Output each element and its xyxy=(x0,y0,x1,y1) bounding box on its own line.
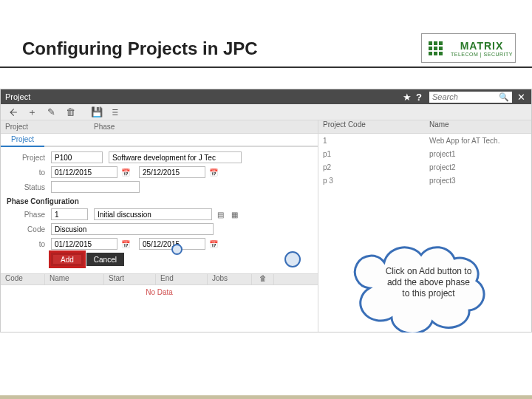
search-input[interactable] xyxy=(432,92,499,103)
left-pane-header: Project Phase xyxy=(1,120,318,134)
logo-mark xyxy=(422,34,449,62)
input-status[interactable] xyxy=(51,181,140,193)
input-phase-num[interactable] xyxy=(51,208,88,220)
slide-title: Configuring Projects in JPC xyxy=(22,38,258,59)
input-to-date[interactable] xyxy=(139,166,205,178)
form-area: Project to 📅 📅 Status Phase xyxy=(1,147,318,273)
search-icon[interactable]: 🔍 xyxy=(499,92,509,102)
save-button[interactable]: 💾 xyxy=(88,106,106,119)
close-icon[interactable]: ✕ xyxy=(515,92,527,103)
star-icon[interactable]: ★ xyxy=(401,92,413,103)
tab-project[interactable]: Project xyxy=(1,134,44,147)
label-code: Code xyxy=(7,225,51,233)
col-code: Code xyxy=(1,274,45,284)
col-project: Project xyxy=(1,123,89,131)
app-title: Project xyxy=(5,92,30,101)
toolbar: ＋ ✎ 🗑 💾 xyxy=(1,104,531,120)
logo-tagline: TELECOM | SECURITY xyxy=(451,52,513,57)
annotation-circle xyxy=(284,251,301,267)
input-code[interactable] xyxy=(51,223,214,235)
col-end: End xyxy=(156,274,208,284)
calendar-icon[interactable]: 📅 xyxy=(208,166,219,178)
list-icon xyxy=(111,107,121,117)
label-status: Status xyxy=(7,183,51,191)
table-row[interactable]: p2project2 xyxy=(318,160,531,174)
label-project: Project xyxy=(7,154,51,162)
left-pane: Project Phase Project Project to 📅 xyxy=(1,120,318,332)
search-box[interactable]: 🔍 xyxy=(429,92,512,103)
annotation-circle xyxy=(171,244,183,255)
footer-bar xyxy=(0,395,532,399)
logo-brand: MATRIX xyxy=(460,40,504,52)
project-list-header: Project Code Name xyxy=(318,120,531,134)
input-project-name[interactable] xyxy=(109,151,242,163)
input-phase-from-date[interactable] xyxy=(51,238,117,250)
tab-row: Project xyxy=(1,134,318,147)
col-project-name: Name xyxy=(425,120,531,133)
delete-button[interactable]: 🗑 xyxy=(61,106,79,119)
input-project-code[interactable] xyxy=(51,151,103,163)
edit-button[interactable]: ✎ xyxy=(42,106,60,119)
no-data-text: No Data xyxy=(1,285,318,299)
add-phase-button[interactable]: Add xyxy=(51,253,83,266)
lookup-icon[interactable]: ▤ xyxy=(214,208,226,220)
col-start: Start xyxy=(104,274,156,284)
list-button[interactable] xyxy=(107,106,125,119)
col-project-code: Project Code xyxy=(318,120,425,133)
add-button[interactable]: ＋ xyxy=(23,106,41,119)
calendar-icon[interactable]: 📅 xyxy=(120,238,132,250)
section-phase-config: Phase Configuration xyxy=(7,197,312,205)
table-row[interactable]: 1Web App for AT Tech. xyxy=(318,134,531,147)
input-phase-name[interactable] xyxy=(94,208,212,220)
col-jobs: Jobs xyxy=(208,274,252,284)
app-header: Project ★ ? 🔍 ✕ xyxy=(1,89,531,104)
calendar-icon[interactable]: 📅 xyxy=(120,166,132,178)
help-icon[interactable]: ? xyxy=(413,92,425,103)
table-row[interactable]: p1project1 xyxy=(318,147,531,160)
callout: Click on Add button to add the above pha… xyxy=(347,236,495,332)
phase-list-header: Code Name Start End Jobs 🗑 xyxy=(1,273,318,285)
col-name: Name xyxy=(45,274,104,284)
label-to-2: to xyxy=(7,240,51,248)
col-phase: Phase xyxy=(89,123,119,131)
cancel-button[interactable]: Cancel xyxy=(86,253,124,266)
label-phase: Phase xyxy=(7,211,51,219)
col-delete-icon: 🗑 xyxy=(252,274,274,284)
brand-logo: MATRIX TELECOM | SECURITY xyxy=(421,33,516,63)
input-from-date[interactable] xyxy=(51,166,117,178)
logo-text: MATRIX TELECOM | SECURITY xyxy=(449,34,515,62)
label-to-1: to xyxy=(7,168,51,177)
back-arrow-icon xyxy=(7,107,18,117)
title-underline xyxy=(0,66,532,68)
back-button[interactable] xyxy=(4,106,21,119)
calendar-icon[interactable]: 📅 xyxy=(208,238,219,250)
table-row[interactable]: p 3project3 xyxy=(318,174,531,187)
callout-text: Click on Add button to add the above pha… xyxy=(384,266,473,299)
add-phase-icon[interactable]: ▦ xyxy=(228,208,240,220)
